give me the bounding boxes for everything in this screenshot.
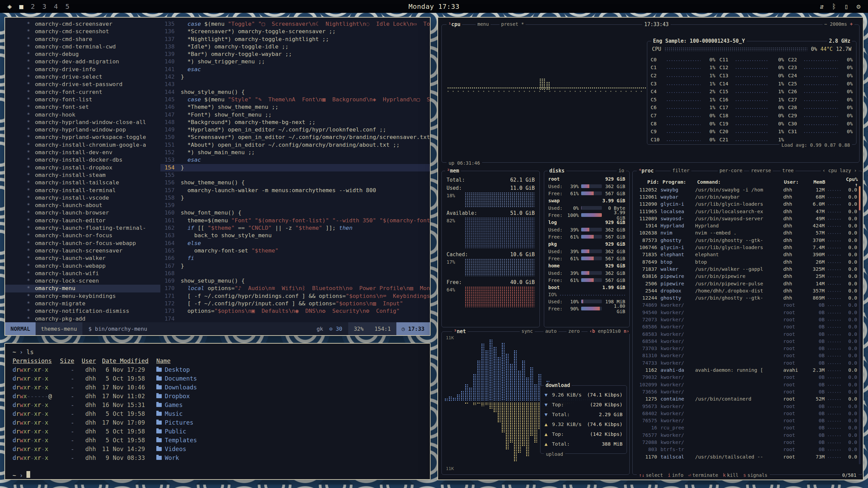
proc-row[interactable]: 74733kworker/root0B0.0 <box>635 359 857 366</box>
tree-item[interactable]: *omarchy-install-terminal <box>5 187 160 194</box>
workspace-4[interactable]: 4 <box>54 2 58 11</box>
io-button[interactable]: io <box>617 168 626 173</box>
editor-window[interactable]: *omarchy-cmd-screensaver*omarchy-cmd-scr… <box>4 17 431 336</box>
proc-row[interactable]: 87649btopbtopdhh26M0.0 <box>635 258 857 265</box>
tree-item[interactable]: *omarchy-install-dev-env <box>5 149 160 156</box>
proc-row[interactable]: 2544dropbox/home/dhh/.dropbox-distdhh357… <box>635 287 857 294</box>
proc-row[interactable]: 63816pipewire/usr/bin/pipewiredhh25M0.0 <box>635 273 857 280</box>
tree-item[interactable]: *omarchy-migrate <box>5 300 160 307</box>
proc-row[interactable]: 71835elephantelephantdhh390M0.0 <box>635 251 857 258</box>
tree-item[interactable]: *omarchy-cmd-screenshot <box>5 28 160 35</box>
tree-item[interactable]: *omarchy-dev-add-migration <box>5 58 160 65</box>
tree-item[interactable]: *omarchy-install-docker-dbs <box>5 156 160 164</box>
tree-item[interactable]: *omarchy-font-set <box>5 103 160 111</box>
proc-row[interactable]: 106746glycin-i/usr/lib/glycin-loadersdhh… <box>635 244 857 251</box>
tree-item[interactable]: *omarchy-launch-or-focus <box>5 232 160 239</box>
proc-row[interactable]: 76575kworker/root0B0.0 <box>635 417 857 424</box>
filter-button[interactable]: filter <box>671 168 691 173</box>
tree-item[interactable]: *omarchy-launch-floating-terminal- <box>5 224 160 232</box>
proc-row[interactable]: 73656kworker/root0B0.0 <box>635 388 857 395</box>
proc-row[interactable]: 73703kworker/root0B0.0 <box>635 345 857 352</box>
tree-item[interactable]: *omarchy-launch-wifi <box>5 270 160 277</box>
tree-item[interactable]: *omarchy-launch-screensaver <box>5 247 160 255</box>
file-tree[interactable]: *omarchy-cmd-screensaver*omarchy-cmd-scr… <box>5 18 160 322</box>
menu-button[interactable]: menu <box>476 21 491 27</box>
proc-row[interactable]: 68584kworker/root0B0.0 <box>635 338 857 345</box>
tree-item[interactable]: *omarchy-pkg-add <box>5 315 160 322</box>
proc-scrollbar[interactable] <box>859 186 861 464</box>
tree-item[interactable]: *omarchy-cmd-terminal-cwd <box>5 43 160 50</box>
preset-button[interactable]: preset * <box>499 21 526 27</box>
tree-item[interactable]: *omarchy-launch-about <box>5 202 160 209</box>
proc-row[interactable]: 79032kworker/root0B0.0 <box>635 374 857 381</box>
tree-item[interactable]: *omarchy-install-chromium-google-a <box>5 141 160 149</box>
tree-item[interactable]: *omarchy-font-list <box>5 96 160 103</box>
tree-item[interactable]: *omarchy-install-dropbox <box>5 164 160 171</box>
proc-row[interactable]: 12244ghostty/usr/bin/ghostty --gtk-dhh86… <box>635 294 857 301</box>
workspace-1[interactable]: ■ <box>19 2 23 11</box>
proc-row[interactable]: 87573ghostty/usr/bin/ghostty --gtk-dhh37… <box>635 237 857 244</box>
proc-row[interactable]: 16rcu_preeroot0B0.0 <box>635 424 857 431</box>
terminal-window[interactable]: ~› ls Permissions Size User Date Modifie… <box>4 343 431 480</box>
proc-row[interactable]: 1162avahi-daavahi-daemon: running [avahi… <box>635 366 857 373</box>
tree-item[interactable]: *omarchy-launch-webapp <box>5 262 160 270</box>
sort-selector[interactable]: ‹ cpu lazy › <box>821 168 859 173</box>
proc-row[interactable]: 111965localsea/usr/lib/localsearch-exdhh… <box>635 208 857 215</box>
tree-item[interactable]: *omarchy-hyprland-window-pop <box>5 126 160 134</box>
footer-key-kill[interactable]: kkill <box>723 472 738 478</box>
proc-row[interactable]: 95673kworker/root0B0.0 <box>635 403 857 410</box>
bluetooth-icon[interactable]: ᛒ <box>832 2 836 11</box>
tree-item[interactable]: *omarchy-launch-walker <box>5 255 160 262</box>
proc-row[interactable]: 72088kworker/root0B0.0 <box>635 439 857 446</box>
workspace-5[interactable]: 5 <box>65 2 70 11</box>
process-list[interactable]: 112052swaybg/usr/bin/swaybg -i /homdhh12… <box>635 186 857 466</box>
tree-item[interactable]: *omarchy-install-tailscale <box>5 179 160 186</box>
proc-row[interactable]: 112061waybar/usr/bin/waybardhh68M0.0 <box>635 193 857 200</box>
proc-row[interactable]: 81310kworker/root0B0.0 <box>635 352 857 359</box>
proc-row[interactable]: 74869kworker/root0B0.0 <box>635 302 857 309</box>
tree-item[interactable]: *omarchy-drive-info <box>5 66 160 73</box>
tree-item[interactable]: *omarchy-font-current <box>5 88 160 96</box>
tree-item[interactable]: *omarchy-hook <box>5 111 160 119</box>
battery-icon[interactable]: ▯ <box>844 2 848 11</box>
tree-item[interactable]: *omarchy-menu <box>5 285 160 292</box>
tree-item[interactable]: *omarchy-notification-dismiss <box>5 307 160 315</box>
settings-icon[interactable]: ⚙ <box>856 2 861 11</box>
auto-button[interactable]: auto <box>544 328 558 334</box>
tree-item[interactable]: *omarchy-cmd-share <box>5 36 160 43</box>
proc-row[interactable]: 2506pipewire/usr/bin/pipewire-pulsedhh14… <box>635 280 857 287</box>
proc-row[interactable]: 68402kworker/root0B0.0 <box>635 410 857 417</box>
proc-row[interactable]: 1275containe/usr/bin/containerdroot52M0.… <box>635 395 857 403</box>
proc-row[interactable]: 102638nvimnvim --embed .dhh57M0.0 <box>635 229 857 237</box>
tree-item[interactable]: *omarchy-launch-browser <box>5 209 160 217</box>
reverse-button[interactable]: reverse <box>749 168 773 173</box>
proc-row[interactable]: 102099kworker/root0B0.0 <box>635 381 857 388</box>
footer-key-signals[interactable]: ssignals <box>743 472 767 478</box>
proc-row[interactable]: 71837walker/usr/bin/walker --gappldhh325… <box>635 265 857 272</box>
interface-switcher[interactable]: ‹b enp191s0 n› <box>588 328 631 334</box>
network-arrows-icon[interactable]: ⇵ <box>820 2 824 11</box>
omarchy-logo-icon[interactable]: ◈ <box>7 2 12 11</box>
footer-key-select[interactable]: ↑↓select <box>639 472 663 478</box>
proc-row[interactable]: 803btrfs-trroot0B0.0 <box>635 446 857 453</box>
tree-item[interactable]: *omarchy-lock-screen <box>5 277 160 285</box>
tree-item[interactable]: *omarchy-install-steam <box>5 171 160 179</box>
proc-row[interactable]: 72073kworker/root0B0.0 <box>635 316 857 323</box>
tree-item[interactable]: *omarchy-install-vscode <box>5 194 160 202</box>
proc-row[interactable]: 1170tailscal/usr/sbin/tailscaled --root7… <box>635 453 857 460</box>
zero-button[interactable]: zero <box>567 328 581 334</box>
proc-row[interactable]: 112052swaybg/usr/bin/swaybg -i /homdhh12… <box>635 186 857 193</box>
prompt-line[interactable]: ~› <box>13 471 422 480</box>
proc-row[interactable]: 76577kworker/root0B0.0 <box>635 431 857 439</box>
tree-item[interactable]: *omarchy-cmd-screensaver <box>5 20 160 28</box>
proc-row[interactable]: 68586kworker/root0B0.0 <box>635 323 857 330</box>
sync-button[interactable]: sync <box>520 328 535 334</box>
tree-button[interactable]: tree <box>781 168 795 173</box>
interval-control[interactable]: − 2000ms + <box>823 21 854 27</box>
tree-item[interactable]: *omarchy-hyprland-window-close-all <box>5 119 160 126</box>
footer-key-terminate[interactable]: ⏎terminate <box>688 472 718 478</box>
tree-item[interactable]: *omarchy-hyprland-workspace-toggle <box>5 134 160 141</box>
tree-item[interactable]: *omarchy-menu-keybindings <box>5 292 160 300</box>
btop-window[interactable]: ¹cpu menu preset * 17:33:43 − 2000ms + E… <box>437 17 864 480</box>
tree-item[interactable]: *omarchy-drive-set-password <box>5 81 160 88</box>
